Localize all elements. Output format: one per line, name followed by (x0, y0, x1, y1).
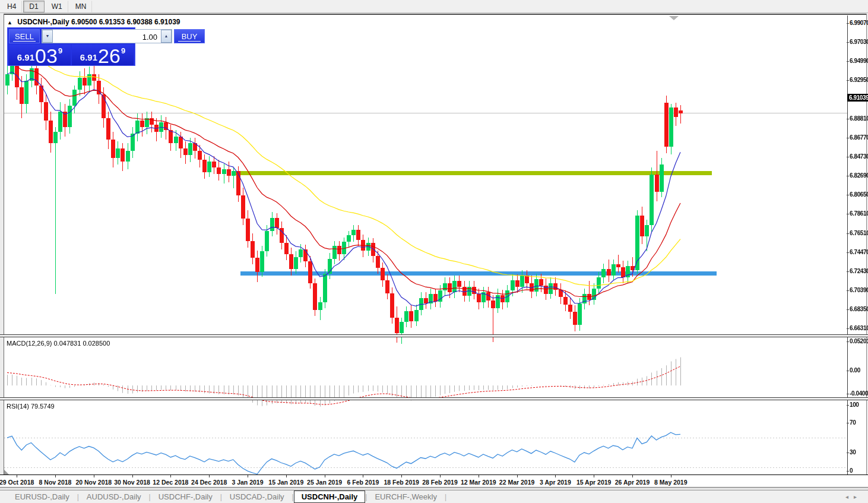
current-price-tag: 6.91039 (847, 94, 868, 102)
date-tick (170, 475, 171, 477)
date-tick (132, 475, 133, 477)
tab-scroll-right-icon[interactable]: ▸ (854, 493, 862, 500)
price-axis-label: 6.94990 (850, 58, 868, 64)
chart-tab-eurchf[interactable]: EURCHF-,Weekly (367, 491, 445, 503)
symbol-period-label: USDCNH-,Daily (17, 18, 69, 26)
timeframe-button-mn[interactable]: MN (69, 1, 93, 12)
chart-tab-usdchf[interactable]: USDCHF-,Daily (151, 491, 220, 503)
timeframe-toolbar: H4D1W1MN (0, 0, 868, 13)
chart-tab-usdcnh[interactable]: USDCNH-,Daily (294, 491, 366, 503)
rsi-axis-label: 70 (850, 419, 856, 426)
macd-panel-divider[interactable] (0, 334, 868, 337)
price-axis-label: 6.78610 (850, 210, 868, 217)
chart-tab-usdcad[interactable]: USDCAD-,Daily (222, 491, 292, 503)
timeframe-button-d1[interactable]: D1 (23, 1, 44, 12)
buy-price-prefix: 6.91 (80, 52, 97, 62)
date-label: 8 May 2019 (644, 479, 698, 486)
price-axis-label: 6.82690 (850, 172, 868, 179)
price-axis-label: 6.88810 (850, 115, 868, 122)
volume-decrease-icon[interactable]: ▼ (42, 30, 53, 43)
window-frame-left (0, 14, 4, 487)
rsi-axis-label: 100 (850, 401, 859, 408)
one-click-collapse-icon[interactable]: ▲ (7, 20, 12, 26)
date-tick (401, 475, 402, 477)
date-tick (632, 475, 633, 477)
date-tick (363, 475, 363, 477)
date-tick (671, 475, 671, 477)
price-chart-canvas[interactable] (4, 30, 847, 349)
date-axis[interactable]: 29 Oct 20188 Nov 201820 Nov 201830 Nov 2… (0, 474, 868, 487)
date-tick (440, 475, 441, 477)
date-tick (55, 475, 56, 477)
price-axis-label: 6.72430 (850, 268, 868, 274)
date-tick (555, 475, 556, 477)
price-axis-label: 6.66310 (850, 325, 868, 331)
chart-tab-audusd[interactable]: AUDUSD-,Daily (79, 491, 149, 503)
sell-button[interactable]: SELL (9, 29, 40, 43)
price-axis-label: 6.86770 (850, 134, 868, 141)
sell-price-big: 03 (35, 47, 58, 65)
sell-price-prefix: 6.91 (17, 52, 34, 62)
price-axis-label: 6.99070 (850, 20, 868, 26)
buy-price-big: 26 (98, 47, 121, 65)
chart-tab-bar: EURUSD-,Daily|AUDUSD-,Daily|USDCHF-,Dail… (0, 490, 868, 503)
rsi-label: RSI(14) 79.5749 (7, 403, 55, 410)
one-click-trade-panel: SELL ▼ ▲ BUY 6.91 03 9 6.91 26 9 (7, 27, 135, 66)
date-tick (594, 475, 594, 477)
date-tick (17, 475, 17, 477)
tab-scroll-left-icon[interactable]: ◂ (845, 493, 854, 500)
volume-input[interactable] (53, 30, 161, 43)
timeframe-button-w1[interactable]: W1 (46, 1, 68, 12)
price-axis-border (847, 15, 848, 474)
price-axis-label: 6.84730 (850, 153, 868, 160)
chart-window (0, 14, 868, 490)
price-axis-label: 6.70390 (850, 287, 868, 293)
price-axis-label: 6.74470 (850, 249, 868, 255)
price-axis-label: 6.80650 (850, 191, 868, 198)
sell-price-display[interactable]: 6.91 03 9 (9, 45, 71, 65)
price-axis-label: 6.97030 (850, 39, 868, 45)
buy-button[interactable]: BUY (174, 29, 205, 43)
macd-label: MACD(12,26,9) 0.047831 0.028500 (7, 340, 110, 347)
date-tick (479, 475, 479, 477)
date-tick (286, 475, 287, 477)
macd-axis-label: 0.00 (850, 367, 860, 374)
macd-indicator-canvas[interactable] (4, 353, 847, 412)
buy-price-display[interactable]: 6.91 26 9 (72, 45, 134, 65)
chart-tab-eurusd[interactable]: EURUSD-,Daily (7, 491, 77, 503)
date-tick (517, 475, 518, 477)
sell-price-pipette: 9 (58, 46, 62, 55)
chart-title: ▲ USDCNH-,Daily 6.90500 6.91353 6.90388 … (7, 18, 180, 26)
volume-spinner: ▼ ▲ (42, 29, 172, 43)
rsi-axis-label: 0 (850, 467, 853, 474)
price-axis-label: 6.68350 (850, 306, 868, 312)
timeframe-button-h4[interactable]: H4 (1, 1, 22, 12)
date-tick (248, 475, 248, 477)
rsi-panel-divider[interactable] (0, 397, 868, 400)
macd-axis-label: 0.052015 (850, 338, 868, 344)
macd-axis-label: -0.040019 (850, 390, 868, 397)
date-tick (209, 475, 210, 477)
date-tick (325, 475, 325, 477)
price-axis-label: 6.92950 (850, 77, 868, 83)
volume-increase-icon[interactable]: ▲ (161, 30, 172, 43)
ohlc-values: 6.90500 6.91353 6.90388 6.91039 (71, 18, 180, 26)
date-tick (94, 475, 94, 477)
rsi-axis-label: 30 (850, 449, 856, 455)
buy-price-pipette: 9 (121, 46, 125, 55)
tab-divider: | (445, 493, 446, 501)
subwindow-grip-icon[interactable] (4, 470, 9, 474)
price-axis-label: 6.76510 (850, 230, 868, 236)
chart-shift-marker-icon[interactable] (669, 16, 679, 20)
